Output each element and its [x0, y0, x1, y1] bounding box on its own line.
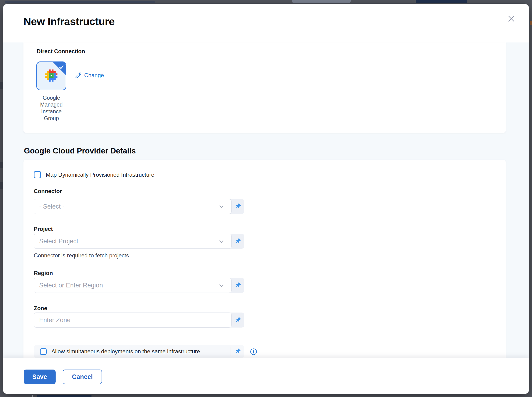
change-button[interactable]: Change: [75, 72, 104, 79]
dialog-title: New Infrastructure: [24, 15, 115, 28]
backdrop-bottom-bar: [37, 395, 92, 397]
pushpin-icon: [233, 202, 243, 211]
zone-input[interactable]: [34, 313, 232, 328]
pencil-icon: [75, 72, 81, 79]
new-infrastructure-dialog: New Infrastructure Direct Connection: [3, 4, 529, 394]
dialog-footer: Save Cancel: [3, 358, 529, 394]
save-button[interactable]: Save: [24, 370, 55, 384]
dialog-content: Direct Connection: [3, 43, 529, 358]
zone-pin-button[interactable]: [232, 313, 244, 328]
map-dynamic-label: Map Dynamically Provisioned Infrastructu…: [46, 172, 154, 178]
project-pin-button[interactable]: [232, 234, 244, 249]
checkmark-icon: [58, 64, 65, 71]
dialog-header: New Infrastructure: [3, 4, 529, 43]
project-helper-text: Connector is required to fetch projects: [34, 252, 129, 259]
deployment-type-tile-google-managed-instance-group[interactable]: [36, 62, 66, 90]
region-select[interactable]: [34, 278, 232, 293]
project-field: [34, 234, 244, 249]
direct-connection-section: Direct Connection: [24, 43, 506, 133]
backdrop-badge-hint: [292, 0, 351, 3]
direct-connection-label: Direct Connection: [37, 48, 85, 55]
simultaneous-label: Allow simultaneous deployments on the sa…: [51, 348, 231, 355]
project-label: Project: [34, 226, 53, 232]
info-icon[interactable]: [250, 348, 257, 355]
connector-label: Connector: [34, 188, 62, 194]
close-icon[interactable]: [506, 13, 517, 25]
connector-select[interactable]: [34, 199, 232, 214]
backdrop-left-mark-1: [0, 82, 3, 89]
gcp-details-heading: Google Cloud Provider Details: [24, 146, 136, 155]
backdrop-right-orange: [530, 21, 532, 25]
backdrop-text-hint: [5, 1, 155, 3]
region-field: [34, 278, 244, 293]
simultaneous-pin-button[interactable]: [231, 345, 244, 358]
pushpin-icon: [233, 347, 242, 356]
backdrop-left-mark-2: [0, 162, 3, 168]
zone-field: [34, 313, 244, 328]
backdrop-bottom-tick: [32, 395, 33, 397]
pushpin-icon: [233, 280, 243, 290]
map-dynamic-checkbox[interactable]: [34, 171, 41, 178]
connector-field: [34, 199, 244, 214]
gcp-details-section: Map Dynamically Provisioned Infrastructu…: [24, 160, 506, 358]
region-label: Region: [34, 270, 53, 276]
change-label: Change: [84, 72, 104, 79]
selected-deployment-type-label: Google Managed Instance Group: [34, 94, 69, 122]
map-dynamic-row: Map Dynamically Provisioned Infrastructu…: [34, 171, 154, 178]
connector-pin-button[interactable]: [232, 199, 244, 214]
backdrop-button-hint: [416, 0, 467, 3]
simultaneous-deployments-row: Allow simultaneous deployments on the sa…: [34, 345, 244, 358]
pushpin-icon: [233, 236, 243, 246]
zone-label: Zone: [34, 305, 47, 312]
backdrop-left-mark-3: [0, 182, 3, 189]
pushpin-icon: [233, 315, 243, 325]
project-select[interactable]: [34, 234, 232, 249]
simultaneous-checkbox[interactable]: [40, 348, 47, 355]
cancel-button[interactable]: Cancel: [63, 370, 102, 384]
region-pin-button[interactable]: [232, 278, 244, 293]
